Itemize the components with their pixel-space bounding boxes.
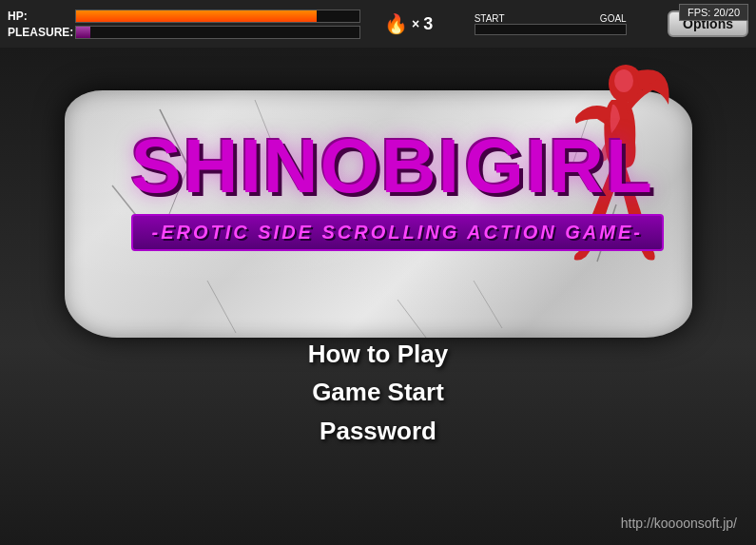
hp-bar-fill [76, 10, 317, 22]
fps-label: FPS: [688, 7, 710, 18]
game-container: HP: PLEASURE: 🔥 × 3 START GOAL [0, 0, 756, 545]
progress-labels: START GOAL [475, 13, 627, 24]
menu-item-game-start[interactable]: Game Start [289, 373, 467, 411]
title-logo: SHINOBI GIRL -EROTIC SIDE SCROLLING ACTI… [55, 76, 702, 352]
lives-count: 3 [423, 14, 433, 34]
menu-items: How to Play Game Start Password [289, 335, 467, 450]
title-girl: GIRL [465, 128, 654, 204]
goal-label: GOAL [600, 13, 627, 24]
hp-label: HP: [8, 10, 69, 23]
x-symbol: × [412, 16, 419, 31]
fire-icon: 🔥 [384, 12, 408, 35]
url-text: http://koooonsoft.jp/ [621, 516, 737, 531]
svg-point-10 [614, 69, 633, 92]
title-text-container: SHINOBI GIRL -EROTIC SIDE SCROLLING ACTI… [131, 128, 664, 251]
svg-line-7 [474, 281, 502, 328]
menu-item-how-to-play[interactable]: How to Play [289, 335, 467, 373]
progress-bar-bg [475, 24, 627, 35]
stats-panel: HP: PLEASURE: [8, 10, 369, 39]
subtitle-bar: -EROTIC SIDE SCROLLING ACTION GAME- [131, 214, 664, 251]
pleasure-label: PLEASURE: [8, 26, 69, 39]
lives-area: 🔥 × 3 [384, 12, 433, 35]
fps-display: FPS: 20/20 [679, 4, 748, 21]
title-shinobi: SHINOBI [131, 128, 461, 204]
main-area: SHINOBI GIRL -EROTIC SIDE SCROLLING ACTI… [0, 48, 756, 545]
fps-value: 20/20 [713, 7, 740, 18]
pleasure-row: PLEASURE: [8, 26, 369, 39]
svg-line-6 [397, 300, 426, 338]
pleasure-bar-bg [75, 26, 360, 39]
subtitle-text: -EROTIC SIDE SCROLLING ACTION GAME- [152, 222, 643, 243]
start-label: START [475, 13, 505, 24]
svg-line-8 [207, 281, 236, 333]
hp-row: HP: [8, 10, 369, 23]
hp-bar-bg [75, 10, 360, 23]
progress-bar-area: START GOAL [448, 13, 652, 35]
hud-bar: HP: PLEASURE: 🔥 × 3 START GOAL [0, 0, 756, 48]
pleasure-bar-fill [76, 27, 90, 38]
menu-item-password[interactable]: Password [289, 412, 467, 450]
